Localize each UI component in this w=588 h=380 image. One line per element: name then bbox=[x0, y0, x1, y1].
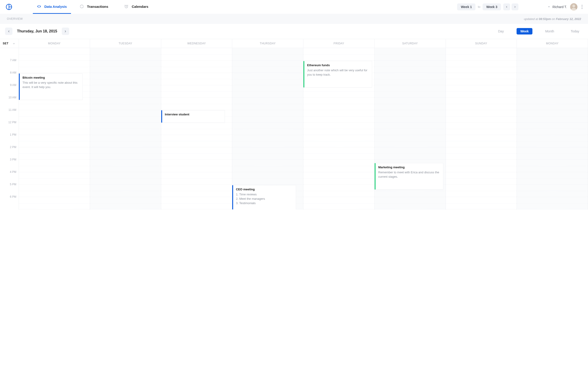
date-next-button[interactable] bbox=[62, 28, 69, 35]
time-label: 9 AM bbox=[10, 83, 16, 87]
day-col-saturday[interactable]: Marketing meeting Remember to meet with … bbox=[375, 48, 446, 209]
day-header: THURSDAY bbox=[232, 39, 303, 48]
view-switch: Day Week Month Today bbox=[494, 28, 583, 35]
day-header: TUESDAY bbox=[90, 39, 161, 48]
view-today[interactable]: Today bbox=[567, 28, 583, 35]
event-title: Ethereum funds bbox=[307, 63, 369, 67]
refresh-icon bbox=[80, 4, 84, 8]
logo bbox=[6, 4, 12, 10]
view-month[interactable]: Month bbox=[542, 28, 558, 35]
day-col-monday2[interactable] bbox=[517, 48, 588, 209]
day-col-sunday[interactable] bbox=[446, 48, 517, 209]
time-label: 6 PM bbox=[10, 195, 16, 198]
day-col-friday[interactable]: Ethereum funds Just another note which w… bbox=[303, 48, 375, 209]
week-from-pill[interactable]: Week 1 bbox=[457, 3, 475, 10]
week-prev-button[interactable] bbox=[503, 3, 510, 10]
time-label: 8 AM bbox=[10, 71, 16, 74]
day-header: MONDAY bbox=[517, 39, 588, 48]
week-to-label: to bbox=[478, 5, 480, 8]
event-desc: 1. Time reviews 2. Meet the managers 3. … bbox=[236, 192, 293, 206]
view-week[interactable]: Week bbox=[517, 28, 532, 35]
time-label: 1 PM bbox=[10, 133, 16, 136]
chevron-down-icon bbox=[13, 42, 15, 45]
user-area: Richard T. bbox=[548, 3, 583, 11]
updated-timestamp: updated at 08:53pm on February 12, 2022 bbox=[524, 17, 581, 21]
day-header: FRIDAY bbox=[303, 39, 375, 48]
avatar[interactable] bbox=[570, 3, 577, 11]
tab-label: Transactions bbox=[87, 5, 108, 8]
set-label: SET bbox=[3, 42, 8, 45]
time-column: 7 AM 8 AM 9 AM 10 AM 11 AM 12 PM 1 PM 2 … bbox=[0, 48, 19, 209]
time-label: 7 AM bbox=[10, 59, 16, 62]
tab-label: Calendars bbox=[132, 5, 148, 8]
week-range-selector: Week 1 to Week 3 bbox=[457, 3, 518, 10]
day-col-wednesday[interactable]: Interview student bbox=[161, 48, 232, 209]
day-col-monday[interactable]: Bitcoin meeting This will be a very spec… bbox=[19, 48, 90, 209]
tab-calendars[interactable]: Calendars bbox=[120, 0, 153, 14]
svg-point-4 bbox=[572, 5, 575, 7]
event-ceo-meeting[interactable]: CEO meeting 1. Time reviews 2. Meet the … bbox=[232, 185, 296, 209]
tab-data-analysis[interactable]: Data Analysis bbox=[33, 0, 71, 14]
tab-transactions[interactable]: Transactions bbox=[76, 0, 113, 14]
calendar-controls: Thursday, Jun 18, 2015 Day Week Month To… bbox=[0, 24, 588, 39]
event-desc: This will be a very specific note about … bbox=[22, 81, 80, 89]
alarm-icon bbox=[124, 4, 128, 8]
tab-label: Data Analysis bbox=[44, 5, 67, 8]
day-header: MONDAY bbox=[19, 39, 90, 48]
subheader: OVERVIEW updated at 08:53pm on February … bbox=[0, 14, 588, 24]
week-next-button[interactable] bbox=[512, 3, 518, 10]
time-label: 3 PM bbox=[10, 158, 16, 161]
time-label: 5 PM bbox=[10, 183, 16, 186]
topnav: Data Analysis Transactions Calendars Wee… bbox=[0, 0, 588, 14]
calendar-header: SET MONDAY TUESDAY WEDNESDAY THURSDAY FR… bbox=[0, 39, 588, 48]
event-marketing-meeting[interactable]: Marketing meeting Remember to meet with … bbox=[375, 163, 443, 190]
event-interview-student[interactable]: Interview student bbox=[161, 110, 225, 123]
current-date-label: Thursday, Jun 18, 2015 bbox=[17, 29, 57, 33]
day-header: WEDNESDAY bbox=[161, 39, 232, 48]
time-label: 2 PM bbox=[10, 146, 16, 149]
event-title: Interview student bbox=[165, 113, 222, 116]
day-col-tuesday[interactable] bbox=[90, 48, 161, 209]
code-icon bbox=[37, 4, 41, 8]
caret-down-icon bbox=[548, 6, 550, 8]
time-label: 11 AM bbox=[8, 108, 16, 112]
calendar-body: 7 AM 8 AM 9 AM 10 AM 11 AM 12 PM 1 PM 2 … bbox=[0, 48, 588, 209]
view-day[interactable]: Day bbox=[494, 28, 507, 35]
event-title: CEO meeting bbox=[236, 188, 293, 191]
time-label: 4 PM bbox=[10, 170, 16, 173]
nav-tabs: Data Analysis Transactions Calendars bbox=[33, 0, 153, 14]
set-dropdown[interactable]: SET bbox=[0, 39, 19, 48]
event-ethereum-funds[interactable]: Ethereum funds Just another note which w… bbox=[303, 61, 372, 88]
event-desc: Just another note which will be very use… bbox=[307, 68, 369, 77]
date-prev-button[interactable] bbox=[5, 28, 12, 35]
day-header: SUNDAY bbox=[446, 39, 517, 48]
event-title: Bitcoin meeting bbox=[22, 76, 80, 79]
event-title: Marketing meeting bbox=[378, 166, 440, 169]
week-to-pill[interactable]: Week 3 bbox=[482, 3, 501, 10]
event-bitcoin-meeting[interactable]: Bitcoin meeting This will be a very spec… bbox=[19, 73, 83, 100]
day-col-thursday[interactable]: CEO meeting 1. Time reviews 2. Meet the … bbox=[232, 48, 303, 209]
event-desc: Remember to meet with Erica and discuss … bbox=[378, 170, 440, 179]
more-menu-button[interactable] bbox=[581, 4, 583, 10]
calendar: SET MONDAY TUESDAY WEDNESDAY THURSDAY FR… bbox=[0, 39, 588, 209]
user-name: Richard T. bbox=[552, 5, 567, 9]
time-label: 10 AM bbox=[8, 96, 16, 99]
day-header: SATURDAY bbox=[375, 39, 446, 48]
time-label: 12 PM bbox=[8, 121, 16, 124]
user-dropdown[interactable]: Richard T. bbox=[548, 5, 567, 9]
overview-label: OVERVIEW bbox=[7, 17, 23, 20]
date-nav: Thursday, Jun 18, 2015 bbox=[5, 28, 69, 35]
